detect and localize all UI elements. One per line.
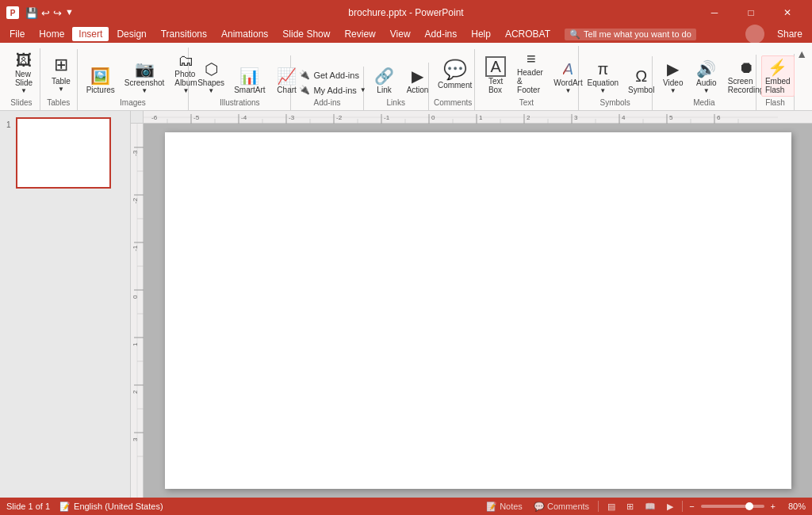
search-placeholder: Tell me what you want to do <box>584 29 691 39</box>
quick-access-save[interactable]: 💾 <box>25 7 38 19</box>
video-button[interactable]: ▶ Video ▼ <box>657 57 689 97</box>
svg-text:-4: -4 <box>241 114 247 121</box>
menu-transitions[interactable]: Transitions <box>155 27 213 41</box>
new-slide-button[interactable]: 🖼 NewSlide ▼ <box>8 50 40 97</box>
svg-text:5: 5 <box>669 114 673 121</box>
svg-text:0: 0 <box>132 295 139 299</box>
header-footer-button[interactable]: ≡ Header& Footer <box>513 48 550 97</box>
quick-access-redo[interactable]: ↪ <box>53 7 62 19</box>
svg-text:-6: -6 <box>151 114 158 121</box>
zoom-thumb <box>745 502 753 510</box>
links-group-label: Links <box>369 98 423 107</box>
slides-group-label: Slides <box>8 98 35 107</box>
table-label: Table <box>52 77 71 86</box>
slideshow-view-button[interactable]: ▶ <box>665 502 676 512</box>
quick-access-undo[interactable]: ↩ <box>41 7 50 19</box>
smartart-button[interactable]: 📊 SmartArt <box>230 64 269 97</box>
normal-view-button[interactable]: ▤ <box>605 502 618 512</box>
my-addins-button[interactable]: 🔌 My Add-ins ▼ <box>296 83 369 97</box>
menu-file[interactable]: File <box>3 27 31 41</box>
svg-text:0: 0 <box>431 114 435 121</box>
menu-slideshow[interactable]: Slide Show <box>276 27 336 41</box>
slide-panel: 1 <box>0 111 131 498</box>
table-button[interactable]: ⊞ Table ▼ <box>45 51 77 97</box>
ribbon-collapse-button[interactable]: ▲ <box>795 46 809 62</box>
audio-button[interactable]: 🔊 Audio ▼ <box>691 57 722 97</box>
table-icon: ⊞ <box>54 55 68 75</box>
search-icon: 🔍 <box>569 29 580 40</box>
zoom-in-button[interactable]: + <box>771 502 776 511</box>
zoom-slider[interactable] <box>701 505 764 508</box>
menu-insert[interactable]: Insert <box>72 27 109 41</box>
header-footer-label: Header& Footer <box>517 68 546 94</box>
ribbon-group-tables: ⊞ Table ▼ Tables <box>40 49 78 110</box>
language-indicator: 📝 English (United States) <box>59 502 163 512</box>
embed-flash-button[interactable]: ⚡ EmbedFlash <box>761 55 795 97</box>
zoom-out-button[interactable]: − <box>689 502 694 511</box>
symbol-label: Symbol <box>628 86 654 94</box>
comments-button[interactable]: 💬 Comments <box>531 502 592 512</box>
notes-button[interactable]: 📝 Notes <box>484 502 525 512</box>
minimize-button[interactable]: ─ <box>696 0 733 25</box>
svg-text:2: 2 <box>132 390 139 394</box>
get-addins-button[interactable]: 🔌 Get Add-ins <box>296 68 369 82</box>
slide-canvas[interactable] <box>144 124 812 498</box>
svg-text:4: 4 <box>622 114 626 121</box>
textbox-button[interactable]: A TextBox <box>480 54 511 97</box>
wordart-icon: A <box>563 60 573 78</box>
ribbon-group-flash: ⚡ EmbedFlash Flash <box>756 54 795 110</box>
menu-help[interactable]: Help <box>465 27 497 41</box>
menu-home[interactable]: Home <box>33 27 71 41</box>
slide-content[interactable] <box>165 132 791 489</box>
reading-view-button[interactable]: 📖 <box>642 502 658 512</box>
embed-flash-label: EmbedFlash <box>765 77 791 94</box>
get-addins-label: Get Add-ins <box>313 71 358 80</box>
screenshot-button[interactable]: 📷 Screenshot ▼ <box>121 57 169 97</box>
svg-text:1: 1 <box>132 342 139 346</box>
menu-addins[interactable]: Add-ins <box>419 27 464 41</box>
shapes-label: Shapes <box>197 78 224 87</box>
screenshot-icon: 📷 <box>135 59 155 78</box>
language-icon: 📝 <box>59 502 71 512</box>
menu-acrobat[interactable]: ACROBAT <box>499 27 557 41</box>
audio-label: Audio <box>696 78 717 87</box>
flash-group-label: Flash <box>761 98 789 107</box>
menu-review[interactable]: Review <box>338 27 381 41</box>
menu-design[interactable]: Design <box>110 27 152 41</box>
search-bar[interactable]: 🔍 Tell me what you want to do <box>565 29 696 40</box>
ribbon-group-illustrations: ⬡ Shapes ▼ 📊 SmartArt 📈 Chart Illustrati… <box>189 55 291 110</box>
comment-button[interactable]: 💬 Comment <box>434 51 476 97</box>
shapes-button[interactable]: ⬡ Shapes ▼ <box>193 57 228 97</box>
smartart-icon: 📊 <box>239 67 259 86</box>
equation-button[interactable]: π Equation ▼ <box>584 58 622 97</box>
slide-thumbnail[interactable] <box>16 117 111 189</box>
slide-thumbnail-container: 1 <box>6 117 124 189</box>
maximize-button[interactable]: □ <box>733 0 769 25</box>
pictures-icon: 🖼️ <box>90 67 110 86</box>
svg-text:2: 2 <box>527 114 530 121</box>
slide-sorter-button[interactable]: ⊞ <box>624 502 636 512</box>
svg-text:-3: -3 <box>132 150 139 156</box>
my-addins-label: My Add-ins <box>313 86 356 95</box>
vertical-ruler: -3 -2 -1 0 1 2 3 <box>131 124 144 498</box>
share-button[interactable]: Share <box>771 27 809 41</box>
horizontal-ruler: -6 -5 -4 -3 -2 -1 0 1 2 <box>131 111 812 124</box>
zoom-level[interactable]: 80% <box>782 502 806 511</box>
close-button[interactable]: ✕ <box>769 0 806 25</box>
svg-text:3: 3 <box>574 114 578 121</box>
user-avatar[interactable] <box>745 25 764 44</box>
images-group-label: Images <box>82 98 184 107</box>
my-addins-icon: 🔌 <box>299 85 310 95</box>
shapes-icon: ⬡ <box>205 59 218 78</box>
svg-text:-3: -3 <box>289 114 295 121</box>
ribbon-group-addins: 🔌 Get Add-ins 🔌 My Add-ins ▼ Add-ins <box>291 67 363 110</box>
menu-view[interactable]: View <box>384 27 417 41</box>
menu-animations[interactable]: Animations <box>215 27 274 41</box>
pictures-button[interactable]: 🖼️ Pictures <box>82 64 119 97</box>
canvas-area: -6 -5 -4 -3 -2 -1 0 1 2 <box>131 111 812 498</box>
window-title: brochure.pptx - PowerPoint <box>348 7 463 18</box>
slide-number: 1 <box>6 120 11 129</box>
quick-access-more[interactable]: ▼ <box>65 7 74 19</box>
ribbon-group-text: A TextBox ≡ Header& Footer A WordArt ▼ T… <box>475 46 578 110</box>
link-button[interactable]: 🔗 Link <box>369 64 400 97</box>
